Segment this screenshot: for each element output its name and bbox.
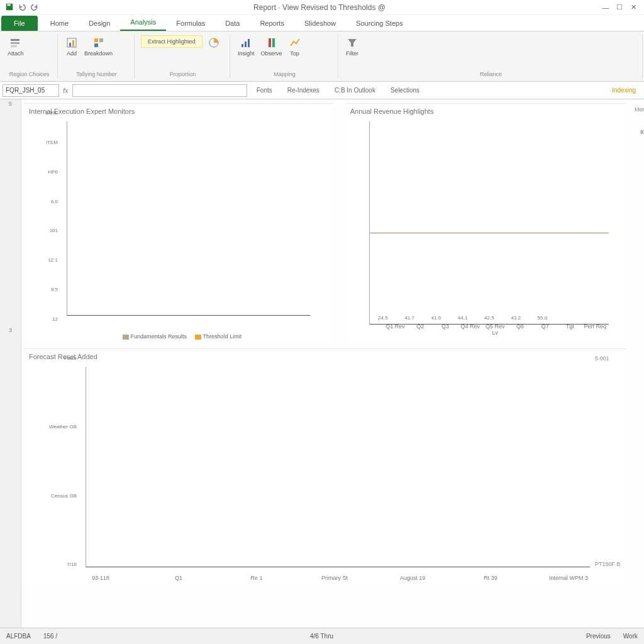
status-right1[interactable]: Previous (586, 633, 611, 640)
status-left2: 156 / (43, 633, 57, 640)
svg-rect-12 (242, 44, 243, 47)
tab-formulas[interactable]: Formulas (166, 16, 215, 31)
svg-rect-16 (272, 38, 275, 47)
fonts-button[interactable]: Fonts (251, 85, 278, 96)
selections-button[interactable]: Selections (385, 85, 425, 96)
undo-icon[interactable] (18, 3, 26, 13)
svg-rect-9 (99, 38, 103, 42)
reindexes-button[interactable]: Re-Indexes (282, 85, 325, 96)
status-left1: ALFDBA (6, 633, 31, 640)
svg-rect-6 (69, 43, 71, 47)
breakdown-button[interactable]: Breakdown (83, 35, 114, 58)
name-box[interactable]: FQR_JSH_05 (3, 84, 59, 97)
window-title: Report · View Revised to Thresholds @ (39, 3, 600, 12)
attach-label: Attach (8, 50, 24, 57)
top-button[interactable]: Top (287, 35, 303, 58)
fx-icon[interactable]: fx (63, 87, 69, 94)
tab-slideshow[interactable]: Slideshow (294, 16, 346, 31)
chart-forecast-reset[interactable]: Forecast Reset Added 7/18Census GBWeathe… (24, 348, 626, 587)
tab-home[interactable]: Home (40, 16, 79, 31)
chart-c-yaxis: 7/18Census GBWeather GBPlace (25, 355, 79, 567)
outlook-button[interactable]: C:B In Outlook (329, 85, 381, 96)
chart-a-yaxis: 129.512.11016.0HP6ITEM1/09L (25, 110, 60, 322)
save-icon[interactable] (5, 3, 14, 13)
minimize-icon[interactable]: — (600, 2, 611, 13)
observe-button[interactable]: Observe (260, 35, 284, 58)
tab-design[interactable]: Design (79, 16, 120, 31)
formula-bar: FQR_JSH_05 fx Fonts Re-Indexes C:B In Ou… (0, 82, 644, 99)
chart-c-xaxis: 93·118Q1Re 1Primary StAugust 19Rt 39Inte… (62, 575, 608, 581)
svg-rect-14 (248, 39, 250, 47)
chart-a-title: Internal Execution Expert Monitors (29, 108, 329, 115)
svg-rect-8 (94, 38, 98, 42)
proportion-button[interactable] (206, 35, 221, 50)
svg-rect-15 (269, 38, 271, 47)
chart-c-title: Forecast Reset Added (29, 353, 621, 360)
status-right2[interactable]: Work (623, 633, 638, 640)
redo-icon[interactable] (30, 3, 39, 13)
svg-rect-4 (11, 45, 17, 47)
tab-analysis[interactable]: Analysis (120, 14, 166, 31)
chart-internal-execution[interactable]: Internal Execution Expert Monitors 129.5… (24, 103, 334, 342)
ribbon-tabbar: File Home Design Analysis Formulas Data … (0, 15, 644, 31)
tab-sourcing[interactable]: Sourcing Steps (346, 16, 413, 31)
file-tab[interactable]: File (1, 16, 38, 31)
chart-b-xaxis: Q1 RevQ2Q3Q4 RevQ5 Rev LvQ6Q7TgtPerf Req (383, 323, 608, 336)
status-mid: 4/6 Thru (310, 633, 333, 640)
close-icon[interactable]: ✕ (628, 2, 639, 13)
chart-b-title: Annual Revenue Highlights (350, 108, 621, 115)
tab-reports[interactable]: Reports (250, 16, 294, 31)
chart-annual-revenue[interactable]: Annual Revenue Highlights Menus 97% 24.5… (345, 103, 626, 342)
ribbon: Attach Region Choices Add Breakdown Tall… (0, 31, 644, 82)
row-headers: 53 (0, 99, 21, 628)
formula-field[interactable] (72, 84, 247, 97)
title-bar: Report · View Revised to Thresholds @ — … (0, 0, 644, 15)
dashboard-canvas: 53 Internal Execution Expert Monitors 12… (0, 99, 644, 628)
group-region-label: Region Choices (6, 71, 52, 77)
add-button[interactable]: Add (64, 35, 79, 58)
svg-rect-1 (8, 4, 11, 6)
maximize-icon[interactable]: ☐ (614, 2, 625, 13)
attach-button[interactable]: Attach (6, 35, 25, 58)
svg-rect-2 (11, 39, 19, 41)
indexing-indicator: Indexing (606, 85, 641, 96)
svg-rect-7 (72, 40, 74, 47)
chart-a-legend: Fundamentals Results Threshold Limit (29, 333, 329, 340)
extract-highlighted-button[interactable]: Extract Highlighted (141, 35, 203, 48)
status-bar: ALFDBA 156 / 4/6 Thru Previous Work (0, 628, 644, 644)
tab-data[interactable]: Data (215, 16, 250, 31)
svg-rect-13 (245, 42, 247, 47)
svg-rect-3 (11, 42, 19, 44)
svg-rect-10 (94, 43, 98, 47)
chart-c-right-labels: 5·001PT150F B (595, 355, 624, 567)
filter-button[interactable]: Filter (345, 35, 360, 58)
svg-rect-5 (67, 38, 76, 47)
insight-button[interactable]: Insight (236, 35, 256, 58)
